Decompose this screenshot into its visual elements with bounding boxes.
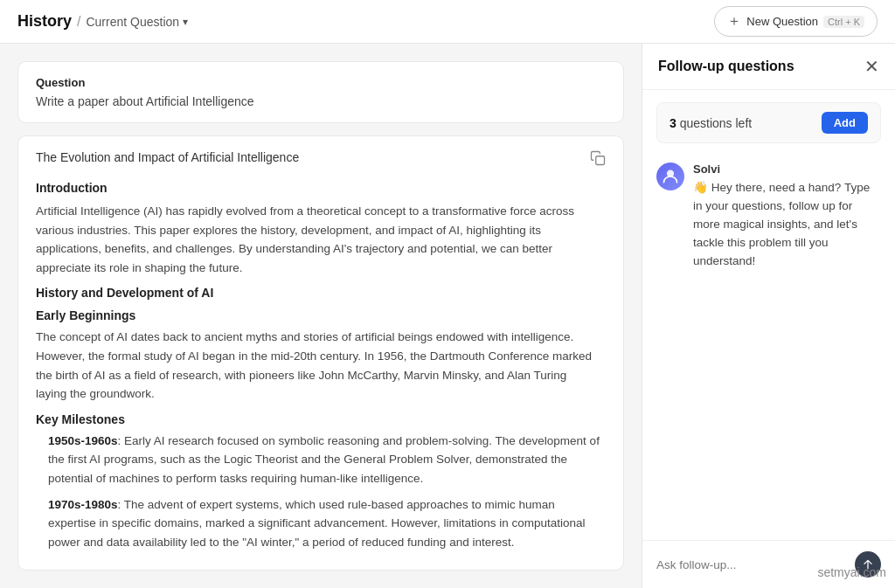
answer-header: The Evolution and Impact of Artificial I… [36,150,606,170]
add-questions-button[interactable]: Add [822,112,868,134]
early-heading: Early Beginnings [36,308,600,322]
header-left: History / Current Question ▾ [17,12,188,31]
answer-title: The Evolution and Impact of Artificial I… [36,150,581,164]
greeting-emoji: 👋 [693,181,708,194]
new-question-button[interactable]: ＋ New Question Ctrl + K [714,6,878,37]
copy-button[interactable] [590,150,606,170]
avatar [656,163,684,190]
breadcrumb-separator: / [77,14,80,30]
panel-header: Follow-up questions ✕ [642,44,895,90]
milestone-item: 1950s-1960s: Early AI research focused o… [36,432,600,488]
bot-message-content: Hey there, need a hand? Type in your que… [693,181,870,267]
chat-area: Solvi 👋 Hey there, need a hand? Type in … [642,156,895,540]
intro-heading: Introduction [36,181,600,195]
bot-message: Solvi 👋 Hey there, need a hand? Type in … [656,163,881,271]
breadcrumb-label: Current Question [86,15,179,29]
questions-left-text: 3 questions left [670,116,752,130]
milestones-heading: Key Milestones [36,412,600,426]
question-text: Write a paper about Artificial Intellige… [36,94,606,108]
left-content: Question Write a paper about Artificial … [0,44,642,588]
right-panel: Follow-up questions ✕ 3 questions left A… [642,44,895,588]
new-question-label: New Question [746,15,818,28]
bot-message-body: Solvi 👋 Hey there, need a hand? Type in … [693,163,881,271]
intro-text: Artificial Intelligence (AI) has rapidly… [36,202,600,277]
question-card: Question Write a paper about Artificial … [17,61,624,123]
breadcrumb-current[interactable]: Current Question ▾ [86,15,188,29]
plus-icon: ＋ [727,12,741,31]
header: History / Current Question ▾ ＋ New Quest… [0,0,895,44]
milestones-list: 1950s-1960s: Early AI research focused o… [36,432,600,556]
answer-scroll-container[interactable]: Introduction Artificial Intelligence (AI… [36,181,606,556]
questions-left-label: questions left [680,116,753,130]
send-button[interactable] [855,551,881,578]
bot-name: Solvi [693,163,881,176]
milestone-item: 1970s-1980s: The advent of expert system… [36,495,600,552]
history-heading: History and Development of AI [36,286,600,300]
close-panel-button[interactable]: ✕ [864,58,879,75]
questions-left-row: 3 questions left Add [656,102,881,143]
svg-rect-0 [596,156,605,165]
page-title: History [17,12,72,31]
main-layout: Question Write a paper about Artificial … [0,44,895,588]
question-label: Question [36,76,606,89]
followup-input-area [642,540,895,588]
chevron-down-icon: ▾ [183,16,188,28]
followup-input[interactable] [656,558,848,571]
questions-count: 3 [670,116,676,130]
answer-card: The Evolution and Impact of Artificial I… [17,135,624,571]
panel-title: Follow-up questions [658,59,794,74]
bot-message-text: 👋 Hey there, need a hand? Type in your q… [693,179,881,271]
early-text: The concept of AI dates back to ancient … [36,328,600,403]
keyboard-shortcut-badge: Ctrl + K [823,16,864,28]
